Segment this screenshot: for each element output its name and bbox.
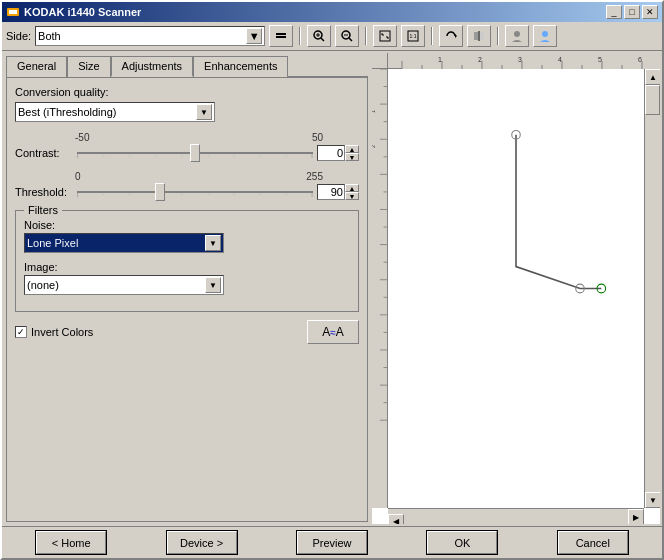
- conversion-quality-row: Best (iThresholding) ▼: [15, 102, 359, 122]
- device-button[interactable]: Device >: [167, 531, 237, 554]
- svg-line-5: [321, 38, 324, 41]
- main-window: KODAK i1440 Scanner _ □ ✕ Side: Both ▼ 1…: [0, 0, 664, 560]
- toolbar-separator-2: [365, 27, 367, 45]
- scroll-thumb-v[interactable]: [645, 85, 660, 115]
- aa-button-label: A≈A: [322, 325, 344, 339]
- zoom-out-btn[interactable]: [335, 25, 359, 47]
- contrast-spin-buttons: ▲ ▼: [345, 145, 359, 161]
- image-label: Image:: [24, 261, 350, 273]
- svg-rect-11: [380, 31, 390, 41]
- svg-text:1: 1: [372, 110, 376, 113]
- threshold-slider[interactable]: | · · · · · · · · |: [77, 182, 313, 202]
- app-icon: [6, 5, 20, 19]
- toolbar: Side: Both ▼ 1:1: [2, 22, 662, 51]
- close-button[interactable]: ✕: [642, 5, 658, 19]
- contrast-handle[interactable]: [190, 144, 200, 162]
- svg-text:2: 2: [372, 145, 376, 148]
- contrast-value-row: ▲ ▼: [317, 145, 359, 161]
- image-value: (none): [27, 279, 205, 291]
- bottom-controls-row: ✓ Invert Colors A≈A: [15, 320, 359, 344]
- noise-dropdown-btn[interactable]: ▼: [205, 235, 221, 251]
- preview-button[interactable]: Preview: [297, 531, 367, 554]
- conversion-quality-label: Conversion quality:: [15, 86, 359, 98]
- tabs-row: General Size Adjustments Enhancements: [6, 55, 368, 78]
- preview-canvas: [388, 69, 644, 508]
- threshold-spin-down[interactable]: ▼: [345, 192, 359, 200]
- side-dropdown-btn[interactable]: ▼: [246, 28, 262, 44]
- actual-size-btn[interactable]: 1:1: [401, 25, 425, 47]
- preview-area: 1 2 3 4 5 6: [372, 53, 660, 524]
- threshold-spin-buttons: ▲ ▼: [345, 184, 359, 200]
- horizontal-scrollbar[interactable]: ◀ ▶: [388, 508, 644, 524]
- contrast-scale: -50 50: [75, 132, 323, 143]
- contrast-spin-down[interactable]: ▼: [345, 153, 359, 161]
- svg-rect-2: [276, 33, 286, 35]
- scroll-up-btn[interactable]: ▲: [645, 69, 660, 85]
- vertical-scrollbar[interactable]: ▲ ▼: [644, 69, 660, 508]
- tab-size[interactable]: Size: [67, 56, 110, 77]
- svg-text:3: 3: [518, 56, 522, 63]
- curve-svg: [388, 69, 644, 508]
- threshold-value-input[interactable]: [317, 184, 345, 200]
- profile-btn-2[interactable]: [533, 25, 557, 47]
- title-bar-left: KODAK i1440 Scanner: [6, 5, 141, 19]
- minimize-button[interactable]: _: [606, 5, 622, 19]
- svg-rect-16: [480, 32, 484, 40]
- side-select-value: Both: [38, 30, 246, 42]
- threshold-scale: 0 255: [75, 171, 323, 182]
- aa-button[interactable]: A≈A: [307, 320, 359, 344]
- ok-button[interactable]: OK: [427, 531, 497, 554]
- image-dropdown-btn[interactable]: ▼: [205, 277, 221, 293]
- contrast-row: Contrast: | · · · · · ·: [15, 143, 359, 163]
- threshold-row: Threshold: | · · · · · ·: [15, 182, 359, 202]
- zoom-in-btn[interactable]: [307, 25, 331, 47]
- contrast-spin-up[interactable]: ▲: [345, 145, 359, 153]
- contrast-max: 50: [312, 132, 323, 143]
- filters-legend: Filters: [24, 204, 62, 216]
- contrast-slider[interactable]: | · · · · · · · · |: [77, 143, 313, 163]
- threshold-handle[interactable]: [155, 183, 165, 201]
- svg-marker-14: [455, 34, 457, 38]
- home-button[interactable]: < Home: [36, 531, 106, 554]
- noise-label: Noise:: [24, 219, 350, 231]
- settings-icon-btn[interactable]: [269, 25, 293, 47]
- image-filter-row: Image: (none) ▼: [24, 261, 350, 295]
- invert-colors-checkbox[interactable]: ✓: [15, 326, 27, 338]
- scroll-left-btn[interactable]: ◀: [388, 514, 404, 525]
- svg-rect-40: [373, 69, 387, 508]
- rotate-btn[interactable]: [439, 25, 463, 47]
- tab-adjustments[interactable]: Adjustments: [111, 56, 194, 77]
- tab-content-adjustments: Conversion quality: Best (iThresholding)…: [6, 78, 368, 522]
- contrast-min: -50: [75, 132, 89, 143]
- mirror-btn[interactable]: [467, 25, 491, 47]
- threshold-min: 0: [75, 171, 81, 182]
- conversion-quality-dropdown-btn[interactable]: ▼: [196, 104, 212, 120]
- window-title: KODAK i1440 Scanner: [24, 6, 141, 18]
- threshold-label: Threshold:: [15, 186, 73, 198]
- tab-enhancements[interactable]: Enhancements: [193, 56, 288, 77]
- ruler-top: 1 2 3 4 5 6: [372, 53, 660, 69]
- image-dropdown[interactable]: (none) ▼: [24, 275, 224, 295]
- scroll-right-btn[interactable]: ▶: [628, 509, 644, 524]
- noise-filter-row: Noise: Lone Pixel ▼: [24, 219, 350, 253]
- cancel-button[interactable]: Cancel: [558, 531, 628, 554]
- maximize-button[interactable]: □: [624, 5, 640, 19]
- fit-btn[interactable]: [373, 25, 397, 47]
- side-select[interactable]: Both ▼: [35, 26, 265, 46]
- ruler-left: 1 2: [372, 69, 388, 508]
- scroll-down-btn[interactable]: ▼: [645, 492, 660, 508]
- tab-general[interactable]: General: [6, 56, 67, 77]
- profile-btn-1[interactable]: [505, 25, 529, 47]
- noise-dropdown[interactable]: Lone Pixel ▼: [24, 233, 224, 253]
- svg-rect-3: [276, 36, 286, 38]
- threshold-spin-up[interactable]: ▲: [345, 184, 359, 192]
- filters-group: Filters Noise: Lone Pixel ▼ Image: (none…: [15, 210, 359, 312]
- title-bar: KODAK i1440 Scanner _ □ ✕: [2, 2, 662, 22]
- svg-point-19: [542, 31, 548, 37]
- ruler-corner: [372, 53, 388, 69]
- conversion-quality-dropdown[interactable]: Best (iThresholding) ▼: [15, 102, 215, 122]
- svg-rect-15: [474, 32, 478, 40]
- svg-text:6: 6: [638, 56, 642, 63]
- noise-value: Lone Pixel: [27, 237, 205, 249]
- contrast-value-input[interactable]: [317, 145, 345, 161]
